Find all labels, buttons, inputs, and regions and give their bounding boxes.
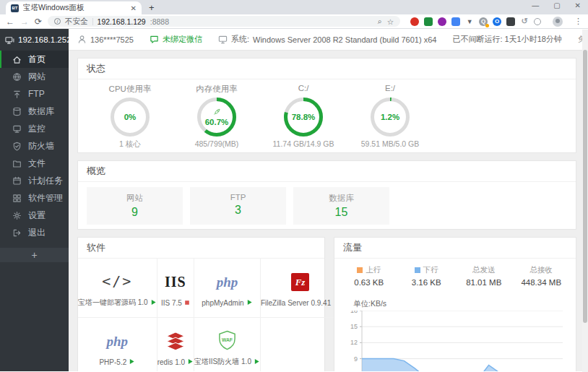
legend-square-down bbox=[415, 267, 420, 273]
window-close-button[interactable]: ✕ bbox=[575, 1, 581, 9]
sidebar-item-home[interactable]: 首页 bbox=[0, 51, 69, 68]
software-item-btwaf[interactable]: WAF宝塔IIS防火墙 1.0 bbox=[194, 318, 261, 371]
sidebar-item-label: 网站 bbox=[28, 71, 46, 83]
tab-close-icon[interactable]: ✕ bbox=[131, 4, 137, 12]
chart-unit-label: 单位:KB/s bbox=[353, 299, 576, 309]
gauge-memory: 内存使用率 60.7%485/799(MB) bbox=[173, 84, 260, 150]
scrollbar-thumb[interactable] bbox=[583, 50, 587, 323]
sidebar-add-button[interactable]: + bbox=[0, 248, 69, 262]
main-content: 状态 CPU使用率 0%1 核心内存使用率 60.7%485/799(MB)C:… bbox=[69, 51, 588, 371]
overview-value: 15 bbox=[293, 206, 389, 219]
window-maximize-button[interactable]: ▢ bbox=[553, 1, 560, 9]
person-icon bbox=[77, 35, 87, 44]
q-badge-extension-icon[interactable]: Q bbox=[479, 17, 488, 26]
browser-tabstrip: BT 宝塔Windows面板 ✕ + — ▢ ✕ bbox=[0, 0, 588, 14]
address-bar[interactable]: i 不安全 192.168.1.129:8888 ⌕ ☆ bbox=[48, 16, 400, 27]
traffic-stat-label: 上行 bbox=[340, 265, 398, 275]
traffic-stat-up: 上行0.63 KB bbox=[340, 265, 398, 287]
gauge-sub: 59.51 MB/5.0 GB bbox=[347, 139, 433, 148]
code-icon: </> bbox=[102, 268, 132, 294]
overview-box-database[interactable]: 数据库15 bbox=[293, 187, 389, 225]
blue-o-extension-icon[interactable]: O bbox=[493, 17, 501, 26]
software-item-iis[interactable]: IISIIS 7.5 bbox=[157, 259, 194, 318]
red-circle-extension-icon[interactable] bbox=[410, 17, 419, 26]
software-name: redis 1.0 bbox=[157, 358, 185, 366]
traffic-stat-label: 总接收 bbox=[513, 265, 571, 275]
software-item-filezilla[interactable]: FzFileZilla Server 0.9.41 bbox=[261, 259, 340, 318]
browser-menu-icon[interactable]: ⋮ bbox=[574, 17, 582, 26]
cron-icon bbox=[12, 176, 22, 186]
sidebar-item-database[interactable]: 数据库 bbox=[0, 103, 69, 120]
sidebar-item-sites[interactable]: 网站 bbox=[0, 68, 69, 85]
play-icon[interactable] bbox=[254, 358, 260, 366]
sidebar: 192.168.1.252 0 首页网站FTP数据库监控防火墙文件计划任务软件管… bbox=[0, 29, 69, 371]
gauge-center: 0% bbox=[110, 97, 150, 137]
reload-icon[interactable]: ⟳ bbox=[35, 17, 42, 26]
software-item-deploy[interactable]: </>宝塔一键部署源码 1.0 bbox=[78, 259, 157, 318]
software-label: 宝塔一键部署源码 1.0 bbox=[78, 298, 157, 308]
sidebar-item-logout[interactable]: 退出 bbox=[0, 224, 69, 241]
sidebar-item-label: 软件管理 bbox=[28, 192, 63, 204]
gray-arrow-extension-icon[interactable]: ↺ bbox=[520, 17, 529, 26]
profile-avatar[interactable] bbox=[553, 17, 563, 27]
software-item-redis[interactable]: redis 1.0 bbox=[157, 318, 194, 371]
play-icon[interactable] bbox=[150, 299, 157, 307]
zoom-icon[interactable]: ⌕ bbox=[378, 17, 382, 26]
sidebar-item-ftp[interactable]: FTP bbox=[0, 85, 69, 103]
status-card: 状态 CPU使用率 0%1 核心内存使用率 60.7%485/799(MB)C:… bbox=[77, 58, 576, 153]
sidebar-item-firewall[interactable]: 防火墙 bbox=[0, 137, 69, 155]
gauge-ring: 1.2% bbox=[370, 97, 410, 137]
window-minimize-button[interactable]: — bbox=[532, 1, 539, 9]
forward-icon[interactable]: → bbox=[20, 17, 29, 26]
free-memory-rocket-icon[interactable] bbox=[213, 108, 221, 118]
site-icon bbox=[12, 72, 22, 82]
security-label: 不安全 bbox=[65, 17, 88, 27]
browser-toolbar: ← → ⟳ i 不安全 192.168.1.129:8888 ⌕ ☆ ▼QO↺ … bbox=[0, 14, 588, 29]
sidebar-item-soft[interactable]: 软件管理 bbox=[0, 189, 69, 207]
play-icon[interactable] bbox=[129, 358, 135, 366]
account-info[interactable]: 136****7525 bbox=[77, 35, 134, 44]
play-icon[interactable] bbox=[246, 299, 253, 307]
play-icon[interactable] bbox=[187, 358, 194, 366]
url-host: 192.168.1.129 bbox=[98, 17, 146, 26]
extension-badge bbox=[485, 24, 489, 27]
new-tab-button[interactable]: + bbox=[149, 2, 155, 14]
stop-icon[interactable] bbox=[184, 299, 190, 307]
wechat-bind-link[interactable]: 未绑定微信 bbox=[150, 34, 202, 45]
traffic-stat-value: 81.01 MB bbox=[455, 278, 513, 287]
sidebar-item-label: 文件 bbox=[28, 157, 46, 170]
blue-square-extension-icon[interactable] bbox=[451, 17, 460, 26]
software-empty-cell bbox=[261, 318, 340, 371]
software-label: 宝塔IIS防火墙 1.0 bbox=[194, 357, 260, 367]
sidebar-item-cron[interactable]: 计划任务 bbox=[0, 172, 69, 189]
browser-tab[interactable]: BT 宝塔Windows面板 ✕ bbox=[6, 1, 142, 14]
green-square-extension-icon[interactable] bbox=[424, 17, 433, 26]
site-info-icon[interactable]: i bbox=[54, 18, 61, 25]
monitor-icon bbox=[12, 124, 22, 134]
overview-value: 9 bbox=[87, 206, 183, 219]
wechat-bind-label: 未绑定微信 bbox=[163, 34, 202, 45]
dark-square-extension-icon[interactable] bbox=[506, 17, 515, 26]
url-port: :8888 bbox=[150, 17, 169, 26]
omnibox-divider bbox=[92, 18, 93, 25]
software-item-phpmyadmin[interactable]: phpphpMyAdmin bbox=[194, 259, 261, 318]
svg-text:15: 15 bbox=[350, 323, 358, 330]
gauge-percent: 1.2% bbox=[381, 113, 399, 121]
sidebar-item-settings[interactable]: 设置 bbox=[0, 207, 69, 224]
software-name: PHP-5.2 bbox=[99, 358, 126, 366]
gray-ring-extension-icon[interactable] bbox=[534, 18, 541, 25]
sidebar-item-files[interactable]: 文件 bbox=[0, 155, 69, 172]
back-icon[interactable]: ← bbox=[6, 17, 14, 26]
overview-box-ftp[interactable]: FTP3 bbox=[190, 187, 286, 225]
sidebar-item-monitor[interactable]: 监控 bbox=[0, 120, 69, 137]
overview-box-sites[interactable]: 网站9 bbox=[87, 187, 183, 225]
software-item-php52[interactable]: phpPHP-5.2 bbox=[78, 318, 157, 371]
traffic-chart: 181512963 bbox=[345, 311, 576, 371]
svg-text:12: 12 bbox=[350, 339, 358, 346]
gauge-cpu: CPU使用率 0%1 核心 bbox=[87, 84, 173, 150]
dark-funnel-extension-icon[interactable]: ▼ bbox=[465, 17, 474, 26]
server-header[interactable]: 192.168.1.252 0 bbox=[0, 29, 69, 51]
bookmark-star-icon[interactable]: ☆ bbox=[387, 17, 394, 26]
system-icon bbox=[218, 35, 228, 44]
purple-circle-extension-icon[interactable] bbox=[438, 17, 446, 26]
